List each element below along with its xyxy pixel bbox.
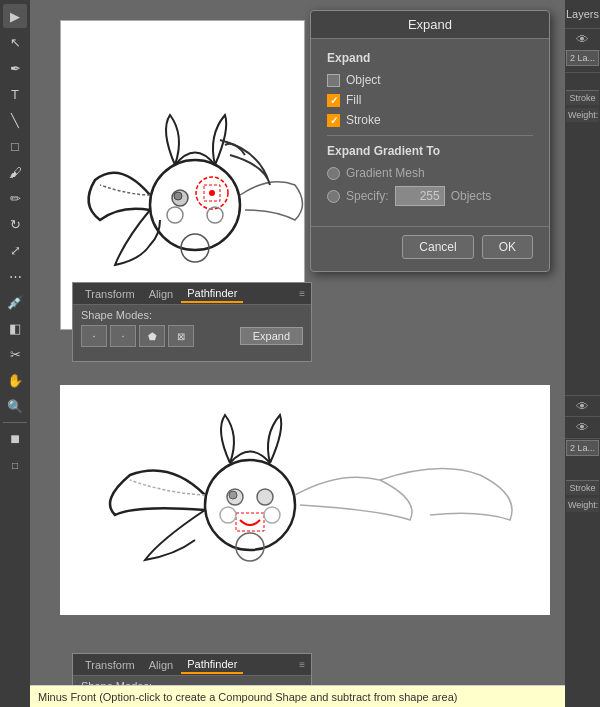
tooltip-text: Minus Front (Option-click to create a Co…: [38, 691, 457, 703]
pathfinder-panel-top: Transform Align Pathfinder ≡ Shape Modes…: [72, 282, 312, 362]
pathfinder-tab-b[interactable]: Pathfinder: [181, 656, 243, 674]
panel-header-top: Transform Align Pathfinder ≡: [73, 283, 311, 305]
dialog-body: Expand Object ✓ Fill ✓ Stroke Expand Gra…: [311, 39, 549, 218]
canvas-bottom: Transform Align Pathfinder ≡ Shape Modes…: [30, 370, 565, 707]
shape-modes-label: Shape Modes:: [81, 309, 303, 321]
scissors-tool[interactable]: ✂: [3, 342, 27, 366]
stroke-label: Stroke: [346, 113, 381, 127]
selection-tool[interactable]: ▶: [3, 4, 27, 28]
left-toolbar: ▶ ↖ ✒ T ╲ □ 🖌 ✏ ↻ ⤢ ⋯ 💉 ◧ ✂ ✋ 🔍 ■ □: [0, 0, 30, 707]
expand-btn-top[interactable]: Expand: [240, 327, 303, 345]
svg-point-2: [174, 192, 182, 200]
panel-menu-icon-b[interactable]: ≡: [299, 659, 305, 670]
specify-radio[interactable]: [327, 190, 340, 203]
svg-point-6: [167, 207, 183, 223]
intersect-btn[interactable]: ⬟: [139, 325, 165, 347]
paintbrush-tool[interactable]: 🖌: [3, 160, 27, 184]
svg-point-0: [150, 160, 240, 250]
svg-point-7: [207, 207, 223, 223]
specify-label: Specify:: [346, 189, 389, 203]
blend-tool[interactable]: ⋯: [3, 264, 27, 288]
divider: [3, 422, 27, 423]
layer1-label-b: 2 La...: [566, 440, 599, 456]
expand-gradient-title: Expand Gradient To: [327, 144, 533, 158]
panel-menu-icon[interactable]: ≡: [299, 288, 305, 299]
eyedropper-tool[interactable]: 💉: [3, 290, 27, 314]
svg-point-12: [257, 489, 273, 505]
unite-btn[interactable]: ⬝: [81, 325, 107, 347]
rect-tool[interactable]: □: [3, 134, 27, 158]
fill-tool[interactable]: ■: [3, 427, 27, 451]
svg-rect-13: [236, 513, 264, 531]
layers-label: Layers: [566, 8, 599, 20]
exclude-btn[interactable]: ⊠: [168, 325, 194, 347]
specify-input[interactable]: [395, 186, 445, 206]
align-tab[interactable]: Align: [143, 286, 179, 302]
fill-label: Fill: [346, 93, 361, 107]
artboard-bottom: [60, 385, 550, 615]
stroke-checkbox-row: ✓ Stroke: [327, 113, 533, 127]
layer1-label: 2 La...: [566, 50, 599, 66]
fill-checkbox-row: ✓ Fill: [327, 93, 533, 107]
shape-modes-row: ⬝ ⬞ ⬟ ⊠ Expand: [81, 325, 303, 347]
cancel-button[interactable]: Cancel: [402, 235, 473, 259]
svg-point-5: [209, 190, 215, 196]
tooltip-bar: Minus Front (Option-click to create a Co…: [30, 685, 565, 707]
fill-checkbox[interactable]: ✓: [327, 94, 340, 107]
stroke-label-panel-b: Stroke: [566, 480, 599, 495]
pen-tool[interactable]: ✒: [3, 56, 27, 80]
svg-point-15: [264, 507, 280, 523]
svg-point-9: [205, 460, 295, 550]
layers-eye-4[interactable]: 👁: [565, 417, 600, 439]
stroke-tool[interactable]: □: [3, 453, 27, 477]
divider: [327, 135, 533, 136]
scale-tool[interactable]: ⤢: [3, 238, 27, 262]
gradient-mesh-row: Gradient Mesh: [327, 166, 533, 180]
transform-tab-b[interactable]: Transform: [79, 657, 141, 673]
expand-section-title: Expand: [327, 51, 533, 65]
specify-row: Specify: Objects: [327, 186, 533, 206]
object-checkbox[interactable]: [327, 74, 340, 87]
weight-label-panel: Weight:: [566, 108, 599, 122]
gradient-mesh-label: Gradient Mesh: [346, 166, 425, 180]
bat-illustration-bottom: [60, 385, 550, 615]
weight-label-panel-b: Weight:: [566, 498, 599, 512]
hand-tool[interactable]: ✋: [3, 368, 27, 392]
layers-eye-3[interactable]: 👁: [565, 395, 600, 417]
align-tab-b[interactable]: Align: [143, 657, 179, 673]
layers-header: Layers: [565, 0, 600, 29]
transform-tab[interactable]: Transform: [79, 286, 141, 302]
gradient-mesh-radio[interactable]: [327, 167, 340, 180]
dialog-title: Expand: [311, 11, 549, 39]
stroke-label-panel: Stroke: [566, 90, 599, 105]
panel-content-top: Shape Modes: ⬝ ⬞ ⬟ ⊠ Expand: [73, 305, 311, 351]
svg-point-11: [229, 491, 237, 499]
svg-point-14: [220, 507, 236, 523]
expand-dialog: Expand Expand Object ✓ Fill ✓ Stroke Exp…: [310, 10, 550, 272]
type-tool[interactable]: T: [3, 82, 27, 106]
ok-button[interactable]: OK: [482, 235, 533, 259]
rotate-tool[interactable]: ↻: [3, 212, 27, 236]
panel-header-bottom: Transform Align Pathfinder ≡: [73, 654, 311, 676]
object-label: Object: [346, 73, 381, 87]
layers-eye-1[interactable]: 👁: [565, 29, 600, 51]
right-panel: Layers 👁 👁 2 La... Stroke Weight: 👁 👁 2 …: [565, 0, 600, 707]
pathfinder-tab[interactable]: Pathfinder: [181, 285, 243, 303]
svg-point-16: [236, 533, 264, 561]
zoom-tool[interactable]: 🔍: [3, 394, 27, 418]
stroke-checkbox[interactable]: ✓: [327, 114, 340, 127]
line-tool[interactable]: ╲: [3, 108, 27, 132]
gradient-tool[interactable]: ◧: [3, 316, 27, 340]
dialog-buttons: Cancel OK: [311, 226, 549, 271]
minus-front-btn[interactable]: ⬞: [110, 325, 136, 347]
objects-label: Objects: [451, 189, 492, 203]
object-checkbox-row: Object: [327, 73, 533, 87]
direct-selection-tool[interactable]: ↖: [3, 30, 27, 54]
pencil-tool[interactable]: ✏: [3, 186, 27, 210]
